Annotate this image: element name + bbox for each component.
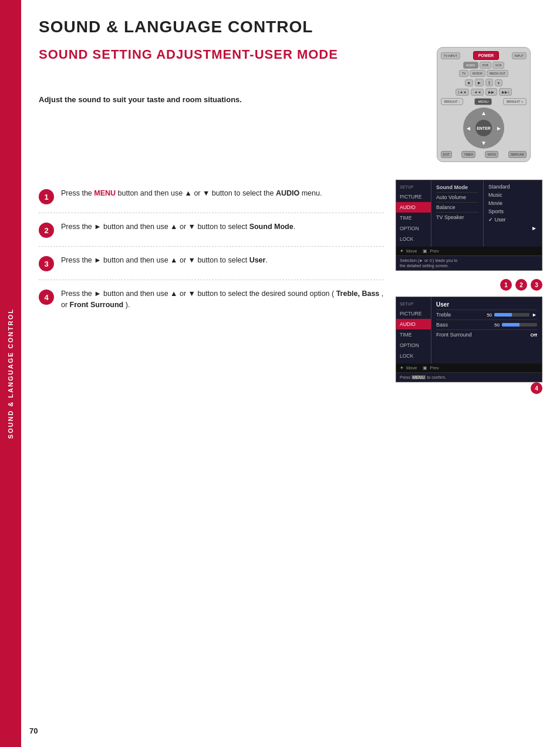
step-indicators-123: 1 2 3 [396,279,542,291]
menu-setup: SETUP [396,183,431,191]
menu-lock: LOCK [396,234,431,244]
pause-btn: ‖ [485,79,493,86]
opt-music: Music [488,191,537,199]
stop-btn: ■ [465,79,473,86]
menu2-time: TIME [396,329,431,340]
down-arrow: ▼ [481,140,487,146]
fwd-btn: ▶▶ [485,88,497,96]
menu-footnote: Selection (► or ⊙) leads you tothe detai… [396,255,542,270]
bright-minus-btn: BRIGHT - [441,98,463,105]
menu-btn: MENU [474,98,492,105]
menu-content-1: Sound Mode Auto Volume Balance TV Speake… [431,180,483,247]
menu-footer-1: ✦ Move ▣ Prev [396,247,542,255]
steps-container: 1 Press the MENU button and then use ▲ o… [39,180,384,400]
menu-screenshots: SETUP PICTURE AUDIO TIME OPTION LOCK Sou… [396,180,542,400]
input-btn: INPUT [512,52,527,59]
ratio-btn: RATIO [485,151,498,158]
audio-label: AUDIO [276,189,299,197]
menu-picture: PICTURE [396,191,431,202]
dpad: ▲ ▼ ◄ ► ENTER [463,107,504,149]
rec-btn: ● [495,79,503,86]
menu-option: OPTION [396,223,431,234]
menu2-audio: AUDIO [396,319,431,329]
rew-btn: ◄◄ [471,89,484,96]
page-title: SOUND & LANGUAGE CONTROL [39,18,542,36]
play-btn: ▶ [475,79,484,86]
bass-row: Bass 50 [436,320,537,330]
tv-btn: TV [459,70,468,77]
indicator-2: 2 [515,279,527,291]
simplink-btn: SIMPLINK [508,151,527,158]
intro-text: Adjust the sound to suit your taste and … [39,95,425,104]
move2-icon: ✦ [400,365,404,371]
tv-speaker-row: TV Speaker [436,213,478,222]
opt-sports: Sports [488,207,537,216]
sound-mode-row: Sound Mode [436,183,478,193]
menu-key: MENU [94,189,116,197]
front-surround-value: Off [530,332,537,338]
menu2-option: OPTION [396,340,431,351]
step-1-number: 1 [39,189,54,204]
treble-value: 50 ► [487,312,537,318]
prev2-label: Prev [430,365,438,371]
audio-btn: AUDIO [463,62,478,69]
sound-mode-label: Sound Mode [249,223,294,231]
left-arrow: ◄ [465,125,471,132]
menu-sidebar-2: SETUP PICTURE AUDIO TIME OPTION LOCK [396,297,431,364]
step-3-text: Press the ► button and then use ▲ or ▼ b… [61,255,268,266]
menu-sidebar-1: SETUP PICTURE AUDIO TIME OPTION LOCK [396,180,431,247]
menu-footer-2: ✦ Move ▣ Prev [396,364,542,372]
mvd34-btn: MVD34 [470,70,485,77]
move2-label: Move [406,365,417,371]
bass-value: 50 [494,322,537,328]
menu-screenshot-2: SETUP PICTURE AUDIO TIME OPTION LOCK Use… [396,297,542,382]
menu2-setup: SETUP [396,300,431,308]
indicator-4: 4 [531,382,542,394]
right-arrow: ► [496,125,502,132]
media-out-btn: MEDIA OUT [487,70,509,77]
menu2-picture: PICTURE [396,308,431,319]
next-btn: ▶▶| [499,88,512,96]
menu-confirm-key: MENU [411,375,426,379]
sidebar-text: SOUND & LANGUAGE CONTROL [7,308,14,439]
auto-volume-row: Auto Volume [436,193,478,203]
opt-user: User [488,216,537,224]
move-label: Move [406,248,417,254]
exit-btn: EXIT [441,151,452,158]
step-3: 3 Press the ► button and then use ▲ or ▼… [39,247,384,280]
bright-plus-btn: BRIGHT + [503,98,527,105]
indicator-1: 1 [500,279,512,291]
prev-label: Prev [430,248,438,254]
step-1-text: Press the MENU button and then use ▲ or … [61,188,322,199]
treble-row: Treble 50 ► [436,310,537,320]
vcr-btn: VCR [492,62,505,69]
opt-movie: Movie [488,199,537,207]
step-indicator-4-container: 4 [396,382,542,394]
front-surround-label: Front Surround [70,301,124,309]
move-icon: ✦ [400,248,404,254]
step-4-text: Press the ► button and then use ▲ or ▼ b… [61,288,384,311]
treble-label: Treble, Bass [336,290,380,298]
prev2-icon: ▣ [423,365,427,371]
menu-screenshot-1: SETUP PICTURE AUDIO TIME OPTION LOCK Sou… [396,180,542,271]
page-number: 70 [29,726,38,735]
section-title: SOUND SETTING ADJUSTMENT-USER MODE [39,47,425,62]
step-3-number: 3 [39,256,54,271]
step-2-text: Press the ► button and then use ▲ or ▼ b… [61,221,295,233]
dvd-btn: DVB [480,62,491,69]
step-2: 2 Press the ► button and then use ▲ or ▼… [39,213,384,247]
step-4: 4 Press the ► button and then use ▲ or ▼… [39,280,384,319]
prev-btn: |◄◄ [456,89,469,96]
step-4-number: 4 [39,290,54,305]
balance-row: Balance [436,203,478,213]
sidebar: SOUND & LANGUAGE CONTROL [0,0,21,747]
front-surround-row: Front Surround Off [436,330,537,339]
power-btn: POWER [473,51,499,60]
menu2-lock: LOCK [396,351,431,361]
remote-control: TV INPUT POWER INPUT AUDIO DVB VCR TV MV… [437,47,531,162]
user-row-header: User [436,300,537,310]
tv-input-btn: TV INPUT [441,52,460,59]
menu2-confirm: Press MENU to confirm. [396,372,542,382]
menu-audio: AUDIO [396,202,431,213]
step-2-number: 2 [39,223,54,238]
